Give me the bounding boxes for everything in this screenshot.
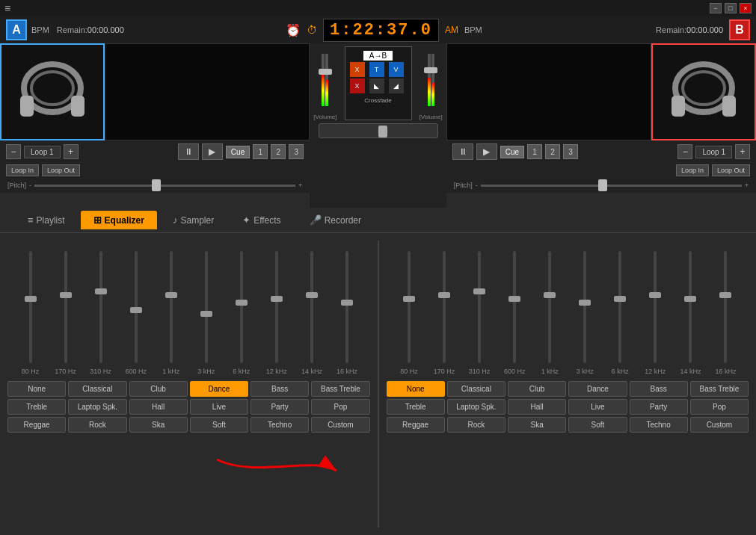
fx-cell-5[interactable]: ◣ [369, 78, 384, 93]
num1-btn-left[interactable]: 1 [253, 144, 268, 159]
eq-preset-custom[interactable]: Custom [311, 417, 369, 433]
eq-preset-party[interactable]: Party [630, 399, 688, 415]
eq-fader-thumb-6[interactable] [614, 296, 626, 302]
pause-btn-left[interactable]: ⏸ [178, 143, 199, 160]
eq-fader-track-0[interactable] [408, 251, 411, 363]
num1-btn-right[interactable]: 1 [527, 144, 542, 159]
eq-fader-thumb-7[interactable] [649, 292, 661, 298]
eq-fader-track-6[interactable] [240, 251, 243, 363]
eq-preset-dance[interactable]: Dance [568, 381, 627, 397]
eq-fader-track-6[interactable] [618, 251, 621, 363]
eq-fader-track-0[interactable] [29, 251, 32, 363]
vol-thumb-left[interactable] [319, 69, 332, 75]
eq-fader-thumb-3[interactable] [508, 296, 520, 302]
eq-preset-club[interactable]: Club [508, 381, 566, 397]
eq-fader-thumb-9[interactable] [719, 292, 731, 298]
eq-fader-thumb-3[interactable] [130, 307, 142, 313]
eq-preset-rock[interactable]: Rock [447, 417, 505, 433]
maximize-button[interactable]: □ [725, 3, 737, 13]
eq-fader-track-3[interactable] [135, 251, 138, 363]
eq-preset-techno[interactable]: Techno [251, 417, 309, 433]
tab-recorder[interactable]: 🎤 Recorder [297, 211, 374, 229]
num2-btn-left[interactable]: 2 [271, 144, 286, 159]
tab-equalizer[interactable]: ⊞ Equalizer [81, 211, 157, 229]
vol-thumb-right[interactable] [424, 67, 437, 73]
eq-preset-club[interactable]: Club [129, 381, 188, 397]
eq-preset-live[interactable]: Live [568, 399, 627, 415]
eq-fader-thumb-8[interactable] [684, 296, 696, 302]
eq-fader-thumb-0[interactable] [403, 296, 415, 302]
eq-fader-track-8[interactable] [310, 251, 313, 363]
eq-fader-thumb-2[interactable] [473, 288, 485, 294]
eq-fader-thumb-6[interactable] [236, 300, 248, 306]
play-btn-left[interactable]: ▶ [202, 143, 223, 160]
eq-fader-thumb-5[interactable] [579, 300, 591, 306]
eq-preset-hall[interactable]: Hall [508, 399, 566, 415]
eq-preset-classical[interactable]: Classical [68, 381, 126, 397]
ab-btn[interactable]: A→B [363, 51, 393, 61]
eq-preset-laptop-spk.[interactable]: Laptop Spk. [447, 399, 505, 415]
pitch-track-right[interactable] [481, 185, 742, 187]
cue-btn-right[interactable]: Cue [500, 146, 524, 158]
eq-fader-thumb-4[interactable] [165, 292, 177, 298]
pitch-track-left[interactable] [34, 185, 295, 187]
eq-fader-track-4[interactable] [548, 251, 551, 363]
minimize-button[interactable]: − [710, 3, 722, 13]
eq-preset-reggae[interactable]: Reggae [7, 417, 66, 433]
eq-preset-ska[interactable]: Ska [129, 417, 188, 433]
pause-btn-right[interactable]: ⏸ [452, 143, 473, 160]
eq-preset-dance[interactable]: Dance [190, 381, 248, 397]
eq-fader-track-1[interactable] [443, 251, 446, 363]
eq-preset-pop[interactable]: Pop [690, 399, 749, 415]
cue-btn-left[interactable]: Cue [226, 146, 250, 158]
tab-playlist[interactable]: ≡ Playlist [15, 211, 78, 229]
loop-minus-right[interactable]: − [677, 144, 692, 159]
num3-btn-left[interactable]: 3 [289, 144, 304, 159]
eq-preset-soft[interactable]: Soft [568, 417, 627, 433]
eq-preset-custom[interactable]: Custom [690, 417, 749, 433]
eq-fader-track-2[interactable] [478, 251, 481, 363]
eq-fader-thumb-8[interactable] [306, 292, 318, 298]
eq-preset-pop[interactable]: Pop [311, 399, 369, 415]
eq-fader-track-5[interactable] [583, 251, 586, 363]
loop-minus-left[interactable]: − [6, 144, 21, 159]
eq-fader-track-4[interactable] [170, 251, 173, 363]
eq-preset-classical[interactable]: Classical [447, 381, 505, 397]
eq-fader-thumb-5[interactable] [200, 311, 212, 317]
fx-cell-1[interactable]: X [350, 62, 365, 77]
eq-preset-ska[interactable]: Ska [508, 417, 566, 433]
fx-cell-6[interactable]: ◢ [389, 78, 404, 93]
fx-cell-4[interactable]: X [350, 78, 365, 93]
tab-effects[interactable]: ✦ Effects [230, 211, 293, 229]
eq-preset-live[interactable]: Live [190, 399, 248, 415]
eq-preset-treble[interactable]: Treble [387, 399, 445, 415]
loop-in-left[interactable]: Loop In [6, 164, 39, 176]
eq-fader-track-5[interactable] [205, 251, 208, 363]
eq-fader-thumb-2[interactable] [95, 288, 107, 294]
eq-preset-bass[interactable]: Bass [251, 381, 309, 397]
tab-sampler[interactable]: ♪ Sampler [160, 211, 227, 229]
eq-fader-track-9[interactable] [724, 251, 727, 363]
eq-preset-party[interactable]: Party [251, 399, 309, 415]
loop-plus-right[interactable]: + [735, 144, 750, 159]
eq-fader-track-9[interactable] [345, 251, 348, 363]
eq-preset-bass[interactable]: Bass [630, 381, 688, 397]
eq-fader-thumb-1[interactable] [438, 292, 450, 298]
fx-cell-3[interactable]: V [389, 62, 404, 77]
num3-btn-right[interactable]: 3 [563, 144, 578, 159]
eq-fader-thumb-7[interactable] [271, 296, 283, 302]
pitch-thumb-right[interactable] [598, 179, 607, 191]
eq-fader-thumb-0[interactable] [25, 296, 37, 302]
eq-fader-track-7[interactable] [275, 251, 278, 363]
eq-preset-soft[interactable]: Soft [190, 417, 248, 433]
eq-preset-reggae[interactable]: Reggae [387, 417, 445, 433]
eq-fader-thumb-4[interactable] [544, 292, 556, 298]
eq-fader-track-2[interactable] [99, 251, 102, 363]
eq-fader-track-7[interactable] [654, 251, 657, 363]
pitch-thumb-left[interactable] [152, 179, 161, 191]
loop-out-right[interactable]: Loop Out [712, 164, 750, 176]
eq-fader-thumb-9[interactable] [341, 300, 353, 306]
fx-cell-2[interactable]: T [369, 62, 384, 77]
num2-btn-right[interactable]: 2 [545, 144, 560, 159]
eq-fader-track-3[interactable] [513, 251, 516, 363]
